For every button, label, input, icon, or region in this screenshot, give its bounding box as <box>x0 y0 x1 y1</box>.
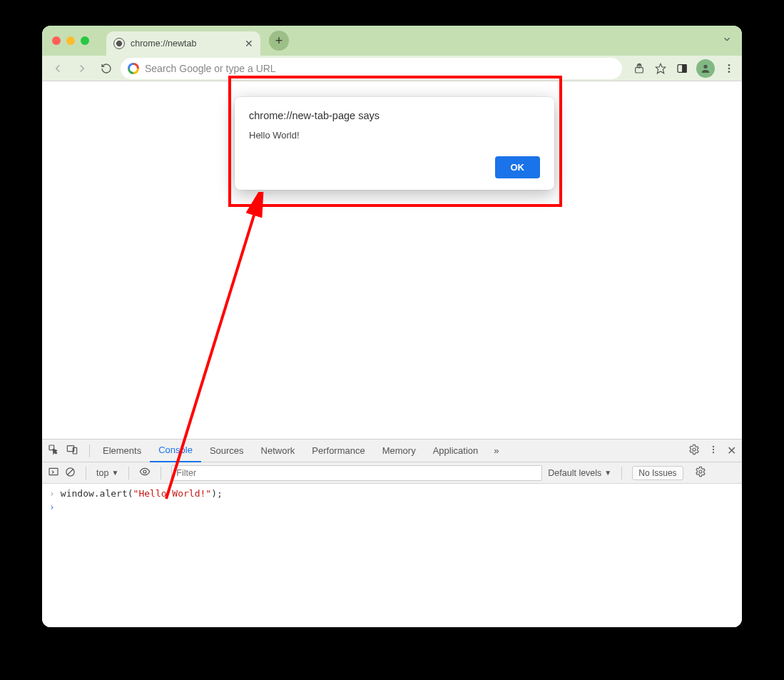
browser-window: chrome://newtab ✕ + Search Google or typ… <box>42 26 742 627</box>
alert-actions: OK <box>249 156 540 178</box>
chrome-favicon-icon <box>113 38 125 49</box>
share-icon[interactable] <box>632 61 646 76</box>
devtools-tab-sources[interactable]: Sources <box>201 440 253 462</box>
devtools-settings-icon[interactable] <box>688 444 700 457</box>
context-label: top <box>96 468 108 478</box>
js-alert-dialog: chrome://new-tab-page says Hello World! … <box>235 97 554 190</box>
close-window-button[interactable] <box>52 36 61 45</box>
console-toolbar: top ▼ Default levels ▼ No Issues <box>42 462 742 484</box>
device-toolbar-icon[interactable] <box>66 444 78 457</box>
code-string: "Hello World!" <box>133 488 212 499</box>
alert-message: Hello World! <box>249 130 540 141</box>
google-icon <box>128 63 139 74</box>
omnibox-placeholder: Search Google or type a URL <box>145 63 276 74</box>
alert-title: chrome://new-tab-page says <box>249 110 540 121</box>
console-sidebar-toggle-icon[interactable] <box>48 466 59 479</box>
devtools-tab-application[interactable]: Application <box>424 440 487 462</box>
devtools-tabbar: Elements Console Sources Network Perform… <box>42 440 742 462</box>
bookmark-icon[interactable] <box>653 61 668 76</box>
prompt-caret-icon: › <box>49 488 55 499</box>
devtools-tab-network[interactable]: Network <box>253 440 304 462</box>
clear-console-icon[interactable] <box>65 467 76 479</box>
svg-point-14 <box>713 446 714 447</box>
browser-toolbar: Search Google or type a URL <box>42 56 742 81</box>
forward-button[interactable] <box>72 59 92 78</box>
minimize-window-button[interactable] <box>66 36 75 45</box>
toolbar-actions <box>632 59 736 78</box>
svg-point-20 <box>143 470 146 473</box>
tabs-dropdown-button[interactable] <box>722 34 732 46</box>
svg-point-7 <box>728 71 730 73</box>
svg-point-6 <box>728 67 730 69</box>
svg-line-19 <box>68 469 73 475</box>
inspect-element-icon[interactable] <box>48 444 59 457</box>
code-call: window.alert( <box>61 488 133 499</box>
devtools-tab-memory[interactable]: Memory <box>374 440 424 462</box>
code-suffix: ); <box>211 488 223 499</box>
svg-point-16 <box>713 452 714 453</box>
svg-point-15 <box>713 449 714 450</box>
devtools-tab-console[interactable]: Console <box>150 440 201 462</box>
svg-point-13 <box>693 448 696 451</box>
tab-title: chrome://newtab <box>131 39 196 49</box>
svg-point-21 <box>699 470 702 473</box>
svg-rect-3 <box>683 64 686 72</box>
console-line-executed: › window.alert("Hello World!"); <box>42 487 742 500</box>
back-button[interactable] <box>48 59 68 78</box>
page-content: chrome://new-tab-page says Hello World! … <box>42 81 742 439</box>
devtools-more-tabs-icon[interactable]: » <box>487 445 506 456</box>
devtools-kebab-icon[interactable] <box>708 445 718 457</box>
console-input-line[interactable]: › <box>42 500 742 514</box>
devtools-tab-performance[interactable]: Performance <box>303 440 373 462</box>
console-output[interactable]: › window.alert("Hello World!"); › <box>42 484 742 627</box>
chrome-menu-icon[interactable] <box>722 61 736 76</box>
devtools-tab-elements[interactable]: Elements <box>94 440 150 462</box>
profile-avatar[interactable] <box>696 59 715 78</box>
svg-point-4 <box>703 64 707 68</box>
devtools-close-icon[interactable]: ✕ <box>727 444 736 457</box>
address-bar[interactable]: Search Google or type a URL <box>121 58 622 79</box>
browser-tab[interactable]: chrome://newtab ✕ <box>106 31 260 56</box>
reload-button[interactable] <box>96 59 116 78</box>
live-expression-icon[interactable] <box>139 466 151 479</box>
window-controls <box>52 36 89 45</box>
issues-badge[interactable]: No Issues <box>632 466 683 480</box>
side-panel-icon[interactable] <box>675 61 689 76</box>
levels-label: Default levels <box>548 468 601 478</box>
input-caret-icon: › <box>49 502 55 512</box>
log-levels-dropdown[interactable]: Default levels ▼ <box>548 468 611 478</box>
new-tab-button[interactable]: + <box>269 31 289 51</box>
devtools-panel: Elements Console Sources Network Perform… <box>42 439 742 627</box>
maximize-window-button[interactable] <box>81 36 89 45</box>
console-settings-icon[interactable] <box>695 466 706 479</box>
svg-marker-1 <box>656 64 665 73</box>
console-code: window.alert("Hello World!"); <box>61 488 223 499</box>
console-context-selector[interactable]: top ▼ <box>96 468 118 478</box>
close-tab-button[interactable]: ✕ <box>245 38 253 49</box>
console-filter-input[interactable] <box>171 465 542 481</box>
svg-point-5 <box>728 64 730 66</box>
tab-strip: chrome://newtab ✕ + <box>42 26 742 56</box>
alert-ok-button[interactable]: OK <box>495 156 541 178</box>
